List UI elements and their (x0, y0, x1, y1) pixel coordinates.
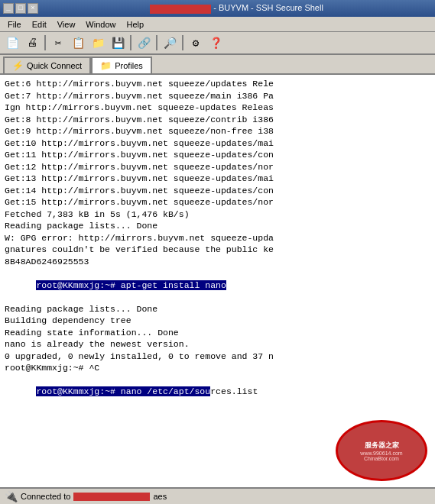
window-controls[interactable]: _ □ × (3, 3, 38, 14)
toolbar-sep-3 (156, 35, 157, 50)
terminal-line-1: Get:6 http://mirrors.buyvm.net squeeze/u… (5, 78, 430, 90)
terminal-line-19: Building dependency tree (5, 315, 430, 327)
tab-quick-connect-label: Quick Connect (27, 61, 82, 70)
terminal-line-4: Get:8 http://mirrors.buyvm.net squeeze/c… (5, 114, 430, 126)
cut-button[interactable]: ✂ (49, 34, 67, 51)
print-button[interactable]: 🖨 (23, 34, 41, 51)
quick-connect-icon: ⚡ (12, 60, 24, 71)
tab-quick-connect[interactable]: ⚡ Quick Connect (3, 57, 91, 73)
terminal-line-10: Get:14 http://mirrors.buyvm.net squeeze-… (5, 185, 430, 197)
terminal-line-3: Ign http://mirrors.buyvm.net squeeze-upd… (5, 102, 430, 114)
minimize-button[interactable]: _ (3, 3, 14, 14)
menu-edit[interactable]: Edit (28, 18, 51, 31)
terminal-line-8: Get:12 http://mirrors.buyvm.net squeeze-… (5, 161, 430, 173)
terminal-line-5: Get:9 http://mirrors.buyvm.net squeeze/n… (5, 125, 430, 137)
toolbar-sep-4 (182, 35, 183, 50)
redacted-hostname (150, 5, 211, 14)
terminal-line-9: Get:13 http://mirrors.buyvm.net squeeze-… (5, 173, 430, 185)
terminal-cmd2-line: root@KKmmxjg:~# nano /etc/apt/sources.li… (5, 374, 430, 410)
menu-view[interactable]: View (53, 18, 80, 31)
tab-bar: ⚡ Quick Connect 📁 Profiles (0, 55, 435, 75)
cmd1-text: root@KKmmxjg:~# apt-get install nano (36, 280, 226, 290)
new-button[interactable]: 📄 (3, 34, 21, 51)
window-title: - BUYVM - SSH Secure Shell (41, 3, 432, 13)
terminal-line-20: Reading state information... Done (5, 327, 430, 339)
open-button[interactable]: 📁 (89, 34, 107, 51)
tab-profiles-label: Profiles (115, 61, 143, 70)
terminal-line-11: Get:15 http://mirrors.buyvm.net squeeze-… (5, 196, 430, 208)
terminal-line-12: Fetched 7,383 kB in 5s (1,476 kB/s) (5, 208, 430, 221)
tab-profiles[interactable]: 📁 Profiles (91, 57, 152, 73)
terminal-line-6: Get:10 http://mirrors.buyvm.net squeeze-… (5, 137, 430, 150)
help-button[interactable]: ❓ (206, 34, 225, 51)
profiles-icon: 📁 (100, 60, 112, 71)
menu-file[interactable]: File (3, 18, 26, 31)
copy-button[interactable]: 📋 (69, 34, 87, 51)
terminal-line-21: nano is already the newest version. (5, 338, 430, 351)
title-bar: _ □ × - BUYVM - SSH Secure Shell (0, 0, 435, 17)
terminal-line-2: Get:7 http://mirrors.buyvm.net squeeze/m… (5, 90, 430, 102)
terminal-line-23: root@KKmmxjg:~# ^C (5, 362, 430, 374)
terminal-output[interactable]: Get:6 http://mirrors.buyvm.net squeeze/u… (0, 75, 435, 487)
terminal-line-22: 0 upgraded, 0 newly installed, 0 to remo… (5, 351, 430, 363)
settings-button[interactable]: ⚙ (187, 34, 205, 51)
terminal-line-13: Reading package lists... Done (5, 220, 430, 232)
close-button[interactable]: × (28, 3, 38, 14)
search-button[interactable]: 🔎 (161, 34, 179, 51)
status-bar: 🔌 Connected to aes (0, 487, 435, 504)
terminal-cmd1-line: root@KKmmxjg:~# apt-get install nano (5, 267, 430, 303)
terminal-line-16: 8B48AD6246925553 (5, 256, 430, 268)
redacted-ip (73, 493, 150, 501)
menu-help[interactable]: Help (122, 18, 148, 31)
cmd2-text: root@KKmmxjg:~# nano /etc/apt/sou (36, 386, 210, 396)
toolbar-sep-2 (130, 35, 131, 50)
toolbar: 📄 🖨 ✂ 📋 📁 💾 🔗 🔎 ⚙ ❓ (0, 32, 435, 55)
save-button[interactable]: 💾 (109, 34, 127, 51)
terminal-line-14: W: GPG error: http://mirrors.buyvm.net s… (5, 232, 430, 244)
status-suffix: aes (153, 492, 167, 501)
connection-icon: 🔌 (5, 490, 18, 502)
cmd2-suffix: rces.list (210, 386, 258, 396)
connect-button[interactable]: 🔗 (135, 34, 153, 51)
terminal-line-7: Get:11 http://mirrors.buyvm.net squeeze-… (5, 149, 430, 161)
status-text: Connected to (21, 492, 70, 501)
maximize-button[interactable]: □ (15, 3, 26, 14)
toolbar-sep-1 (44, 35, 46, 50)
menu-window[interactable]: Window (81, 18, 120, 31)
terminal-line-15: gnatures couldn't be verified because th… (5, 244, 430, 256)
menu-bar: File Edit View Window Help (0, 17, 435, 32)
terminal-line-18: Reading package lists... Done (5, 303, 430, 315)
